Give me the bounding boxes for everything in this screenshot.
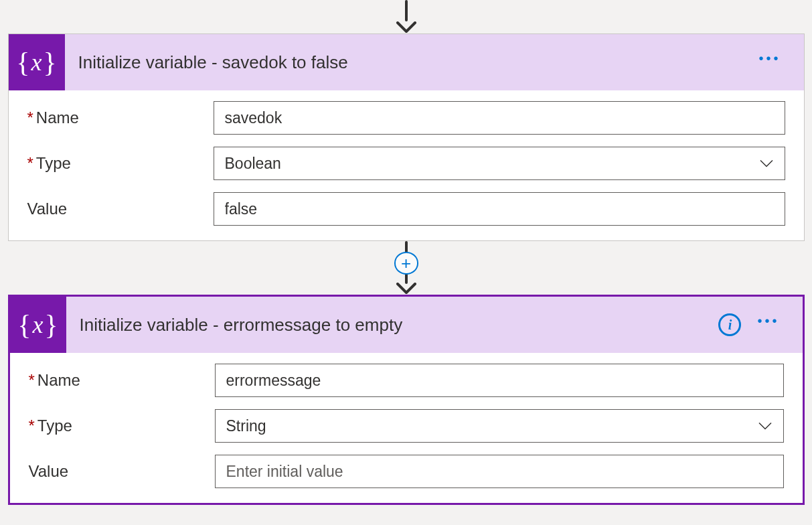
variable-fx-icon: {x} xyxy=(9,34,65,90)
field-label: * Type xyxy=(27,154,214,173)
more-menu-icon[interactable]: ••• xyxy=(754,47,785,70)
field-label: * Name xyxy=(29,371,215,390)
action-card-initialize-savedok[interactable]: {x} Initialize variable - savedok to fal… xyxy=(8,33,805,241)
type-select[interactable]: Boolean xyxy=(214,147,785,180)
chevron-down-icon xyxy=(759,155,774,173)
flow-arrow xyxy=(395,0,418,33)
required-marker: * xyxy=(27,154,33,173)
plus-icon: + xyxy=(401,254,411,272)
field-label: * Type xyxy=(29,417,215,435)
card-header[interactable]: {x} Initialize variable - errormessage t… xyxy=(10,297,803,353)
field-row-name: * Name xyxy=(29,364,784,397)
required-marker: * xyxy=(29,417,35,435)
variable-fx-icon: {x} xyxy=(10,297,66,353)
flow-connector: + xyxy=(394,241,418,295)
card-header-actions: ••• xyxy=(754,51,803,74)
value-input[interactable] xyxy=(215,455,784,488)
field-row-type: * Type Boolean xyxy=(27,147,785,180)
label-text: Name xyxy=(36,108,79,127)
card-header[interactable]: {x} Initialize variable - savedok to fal… xyxy=(9,34,804,90)
card-body: * Name * Type Boolean Va xyxy=(9,90,804,240)
chevron-down-icon xyxy=(758,417,773,435)
select-value: Boolean xyxy=(225,155,281,173)
more-menu-icon[interactable]: ••• xyxy=(753,309,783,333)
type-select[interactable]: String xyxy=(215,409,784,443)
field-row-type: * Type String xyxy=(29,409,784,443)
field-row-value: Value xyxy=(29,455,784,488)
field-label: * Name xyxy=(27,108,214,127)
name-input[interactable] xyxy=(215,364,784,397)
card-title: Initialize variable - savedok to false xyxy=(65,52,755,73)
card-title: Initialize variable - errormessage to em… xyxy=(66,315,719,335)
field-label: Value xyxy=(29,462,215,481)
value-input[interactable] xyxy=(214,192,785,226)
field-row-name: * Name xyxy=(27,101,785,135)
required-marker: * xyxy=(29,371,35,390)
label-text: Type xyxy=(37,417,72,435)
label-text: Value xyxy=(29,462,69,481)
field-label: Value xyxy=(27,200,214,218)
label-text: Type xyxy=(36,154,71,173)
add-step-button[interactable]: + xyxy=(394,252,418,274)
card-header-actions: i ••• xyxy=(718,313,802,337)
info-icon[interactable]: i xyxy=(718,313,741,336)
flow-canvas: {x} Initialize variable - savedok to fal… xyxy=(0,0,812,505)
label-text: Name xyxy=(37,371,80,390)
action-card-initialize-errormessage[interactable]: {x} Initialize variable - errormessage t… xyxy=(8,295,805,505)
required-marker: * xyxy=(27,108,33,127)
card-body: * Name * Type String Val xyxy=(10,353,803,503)
name-input[interactable] xyxy=(214,101,785,135)
field-row-value: Value xyxy=(27,192,785,226)
select-value: String xyxy=(226,417,266,435)
label-text: Value xyxy=(27,200,68,218)
